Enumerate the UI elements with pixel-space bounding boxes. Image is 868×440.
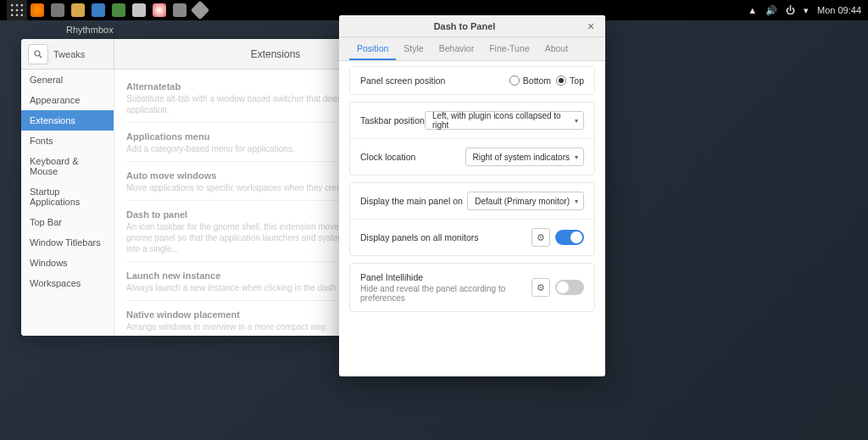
all-monitors-label: Display panels on all monitors bbox=[360, 232, 478, 242]
tab-style[interactable]: Style bbox=[396, 37, 431, 60]
taskbar-position-dropdown[interactable]: Left, with plugin icons collapsed to rig… bbox=[425, 111, 584, 130]
main-panel-value: Default (Primary monitor) bbox=[475, 197, 570, 206]
intellihide-desc: Hide and reveal the panel according to p… bbox=[360, 284, 531, 303]
sidebar-item-extensions[interactable]: Extensions bbox=[21, 110, 114, 131]
dialog-titlebar: Dash to Panel × bbox=[339, 15, 605, 37]
radio-top-label: Top bbox=[570, 75, 584, 86]
tab-fine-tune[interactable]: Fine-Tune bbox=[481, 37, 537, 60]
dash-to-panel-dialog: Dash to Panel × PositionStyleBehaviorFin… bbox=[339, 15, 605, 376]
all-monitors-row: Display panels on all monitors ⚙ bbox=[350, 219, 594, 255]
taskbar-position-value: Left, with plugin icons collapsed to rig… bbox=[432, 111, 570, 130]
sidebar-item-appearance[interactable]: Appearance bbox=[21, 90, 114, 110]
window-tab-label[interactable]: Rhythmbox bbox=[59, 22, 120, 37]
close-button[interactable]: × bbox=[583, 19, 598, 34]
topbar-left bbox=[7, 0, 210, 20]
radio-top[interactable]: Top bbox=[556, 75, 584, 86]
topbar-right: ▲ 🔊 ⏻ ▾ Mon 09:44 bbox=[748, 5, 861, 16]
gear-icon: ⚙ bbox=[537, 232, 545, 243]
tab-position[interactable]: Position bbox=[349, 37, 396, 60]
svg-line-10 bbox=[40, 55, 42, 58]
chevron-down-icon: ▾ bbox=[575, 153, 578, 161]
radio-dot-icon bbox=[509, 75, 520, 86]
app-launcher-row bbox=[27, 0, 210, 20]
svg-rect-8 bbox=[21, 14, 23, 16]
svg-rect-2 bbox=[21, 4, 23, 6]
app-icon-calc[interactable] bbox=[108, 0, 129, 20]
tab-behavior[interactable]: Behavior bbox=[431, 37, 481, 60]
dialog-title: Dash to Panel bbox=[346, 21, 583, 31]
volume-icon[interactable]: 🔊 bbox=[765, 5, 777, 16]
taskbar-clock-group: Taskbar position Left, with plugin icons… bbox=[349, 102, 595, 175]
app-icon-rhythmbox[interactable] bbox=[47, 0, 68, 20]
radio-bottom-label: Bottom bbox=[523, 75, 551, 86]
dialog-body: Panel screen position Bottom Top Taskbar… bbox=[339, 61, 605, 376]
app-icon-software[interactable] bbox=[129, 0, 149, 20]
app-icon-firefox[interactable] bbox=[27, 0, 47, 20]
sidebar-item-window-titlebars[interactable]: Window Titlebars bbox=[21, 232, 114, 253]
search-button[interactable] bbox=[28, 44, 48, 64]
sidebar-item-workspaces[interactable]: Workspaces bbox=[21, 273, 114, 293]
tweaks-sidebar: GeneralAppearanceExtensionsFontsKeyboard… bbox=[21, 70, 114, 336]
app-icon-writer[interactable] bbox=[88, 0, 108, 20]
main-panel-label: Display the main panel on bbox=[360, 196, 463, 206]
intellihide-group: Panel Intellihide Hide and reveal the pa… bbox=[349, 263, 595, 312]
chevron-down-icon: ▾ bbox=[575, 117, 578, 125]
display-group: Display the main panel on Default (Prima… bbox=[349, 182, 595, 256]
dialog-tabs: PositionStyleBehaviorFine-TuneAbout bbox=[339, 37, 605, 61]
svg-point-9 bbox=[35, 51, 40, 56]
screen-position-row: Panel screen position Bottom Top bbox=[350, 67, 594, 94]
tweaks-header-left: Tweaks bbox=[21, 39, 114, 69]
clock-location-row: Clock location Right of system indicator… bbox=[350, 138, 594, 175]
svg-rect-6 bbox=[11, 14, 13, 16]
app-icon-generic[interactable] bbox=[190, 0, 210, 20]
sidebar-item-top-bar[interactable]: Top Bar bbox=[21, 212, 114, 232]
clock[interactable]: Mon 09:44 bbox=[817, 5, 861, 15]
chevron-down-icon: ▾ bbox=[575, 198, 578, 205]
svg-rect-3 bbox=[11, 9, 13, 11]
all-monitors-switch[interactable] bbox=[555, 230, 584, 245]
activities-grid-icon[interactable] bbox=[7, 0, 27, 20]
sidebar-item-startup-applications[interactable]: Startup Applications bbox=[21, 181, 114, 212]
dropdown-icon[interactable]: ▾ bbox=[804, 5, 809, 16]
intellihide-settings-button[interactable]: ⚙ bbox=[531, 278, 550, 297]
app-icon-tweaks[interactable] bbox=[170, 0, 190, 20]
clock-location-dropdown[interactable]: Right of system indicators ▾ bbox=[465, 148, 585, 166]
network-icon[interactable]: ▲ bbox=[748, 5, 757, 15]
search-icon bbox=[34, 50, 42, 58]
gear-icon: ⚙ bbox=[537, 282, 545, 293]
radio-bottom[interactable]: Bottom bbox=[509, 75, 551, 86]
svg-rect-7 bbox=[16, 14, 18, 16]
main-panel-dropdown[interactable]: Default (Primary monitor) ▾ bbox=[467, 192, 584, 210]
sidebar-item-general[interactable]: General bbox=[21, 70, 114, 90]
svg-rect-0 bbox=[11, 4, 13, 6]
all-monitors-settings-button[interactable]: ⚙ bbox=[531, 228, 550, 247]
tweaks-title: Tweaks bbox=[53, 49, 85, 59]
svg-rect-1 bbox=[16, 4, 18, 6]
clock-location-value: Right of system indicators bbox=[473, 153, 570, 162]
sidebar-item-fonts[interactable]: Fonts bbox=[21, 131, 114, 151]
app-icon-help[interactable] bbox=[149, 0, 170, 20]
power-icon[interactable]: ⏻ bbox=[786, 5, 795, 15]
intellihide-label: Panel Intellihide bbox=[360, 272, 531, 282]
main-panel-row: Display the main panel on Default (Prima… bbox=[350, 183, 594, 219]
svg-rect-4 bbox=[16, 9, 18, 11]
radio-dot-icon bbox=[556, 75, 566, 86]
tab-about[interactable]: About bbox=[537, 37, 576, 60]
sidebar-item-windows[interactable]: Windows bbox=[21, 253, 114, 273]
taskbar-position-row: Taskbar position Left, with plugin icons… bbox=[350, 103, 594, 138]
screen-position-label: Panel screen position bbox=[360, 75, 445, 86]
intellihide-switch[interactable] bbox=[555, 280, 584, 295]
app-icon-files[interactable] bbox=[68, 0, 88, 20]
clock-location-label: Clock location bbox=[360, 152, 415, 162]
intellihide-row: Panel Intellihide Hide and reveal the pa… bbox=[350, 264, 594, 311]
sidebar-item-keyboard-mouse[interactable]: Keyboard & Mouse bbox=[21, 151, 114, 181]
taskbar-position-label: Taskbar position bbox=[360, 115, 425, 125]
svg-rect-5 bbox=[21, 9, 23, 11]
panel-position-group: Panel screen position Bottom Top bbox=[349, 66, 595, 95]
